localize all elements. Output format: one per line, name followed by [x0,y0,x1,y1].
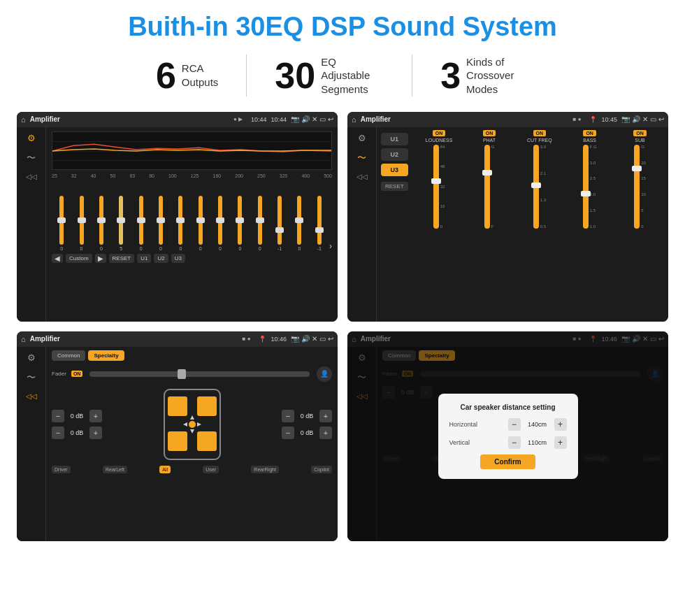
dialog-overlay: Car speaker distance setting Horizontal … [347,331,668,541]
loudness-on-badge: ON [433,130,446,136]
speaker-btn-row: Driver RearLeft All User RearRight Copil… [52,466,332,473]
xover-sidebar-wave-icon[interactable]: 〜 [357,152,366,164]
fader-sidebar-spk[interactable]: ◁◁ [26,392,37,400]
dialog-vertical-plus[interactable]: + [554,436,567,449]
phat-label: PHAT [483,138,496,143]
svg-marker-11 [183,422,187,427]
spk-all-btn[interactable]: All [159,466,171,473]
sub-fader[interactable] [634,145,640,229]
screen-eq: ⌂ Amplifier ● ▶ 10:44 10:44 📷 🔊 ✕ ▭ ↩ ⚙ … [17,112,338,322]
xover-ch-cutfreq: ON CUT FREQ 3.0 2.1 1.3 0.5 [515,130,563,319]
cutfreq-on-badge: ON [533,130,547,136]
vol-ctrl-tl: − 0 dB + [52,410,102,422]
svg-marker-10 [190,429,194,434]
fader-dot-icons: ■ ● [243,336,251,342]
sub-label: SUB [635,138,644,143]
spk-user-btn[interactable]: User [203,466,219,473]
sc-fader-main: Common Specialty Fader ON 👤 [46,347,338,541]
dialog-confirm-button[interactable]: Confirm [480,454,535,469]
vol-plus-tl[interactable]: + [89,410,102,422]
xover-sidebar-eq-icon[interactable]: ⚙ [358,133,366,143]
eq-scroll-right[interactable]: › [329,241,332,251]
home-icon: ⌂ [21,115,26,124]
fader-tabs: Common Specialty [52,350,332,361]
stat-rca: 6 RCAOutputs [128,57,246,94]
spk-rearleft-btn[interactable]: RearLeft [103,466,127,473]
xover-u1-btn[interactable]: U1 [381,133,408,145]
vol-minus-bl[interactable]: − [52,427,64,439]
svg-marker-12 [197,422,201,427]
bass-on-badge: ON [583,130,596,136]
svg-rect-5 [197,396,217,416]
spk-rearright-btn[interactable]: RearRight [251,466,279,473]
dialog-horizontal-row: Horizontal − 140cm + [449,418,567,431]
vol-minus-tr[interactable]: − [282,410,294,422]
eq-slider-5: 0 [151,196,171,251]
screen-fader: ⌂ Amplifier ■ ● 📍 10:46 📷 🔊 ✕ ▭ ↩ ⚙ 〜 ◁◁ [17,331,338,541]
stat-crossover-number: 3 [440,57,461,94]
dialog-horizontal-minus[interactable]: − [508,418,521,431]
sc-xover-time-val: 10:45 [601,116,617,123]
fader-body: − 0 dB + − 0 dB + [52,386,332,463]
eq-sliders-row: 0 0 0 5 [52,181,332,251]
sidebar-wave-icon[interactable]: 〜 [27,152,36,164]
xover-u2-btn[interactable]: U2 [381,148,408,161]
dialog-vertical-ctrl: − 110cm + [508,436,567,449]
xover-reset-btn[interactable]: RESET [381,182,408,191]
dialog-horizontal-label: Horizontal [449,421,478,428]
eq-prev-btn[interactable]: ◀ [52,254,63,263]
screens-grid: ⌂ Amplifier ● ▶ 10:44 10:44 📷 🔊 ✕ ▭ ↩ ⚙ … [17,112,668,541]
eq-play-btn[interactable]: ▶ [95,254,106,263]
page-container: Buith-in 30EQ DSP Sound System 6 RCAOutp… [0,0,685,548]
xover-u3-btn[interactable]: U3 [381,164,408,176]
screen-crossover: ⌂ Amplifier ■ ● 📍 10:45 📷 🔊 ✕ ▭ ↩ ⚙ 〜 ◁◁ [347,112,668,322]
vol-plus-bl[interactable]: + [89,427,102,439]
spk-copilot-btn[interactable]: Copilot [311,466,332,473]
eq-slider-6: 0 [171,196,190,251]
eq-custom-btn[interactable]: Custom [66,254,92,263]
eq-reset-btn[interactable]: RESET [109,254,135,263]
fader-sidebar-wave[interactable]: 〜 [27,371,36,384]
sc-eq-app-title: Amplifier [30,115,229,123]
dialog-vertical-minus[interactable]: − [508,436,521,449]
vol-minus-tl[interactable]: − [52,410,64,422]
sc-xover-nav: 📷 🔊 ✕ ▭ ↩ [621,115,664,123]
bass-fader[interactable] [583,145,589,229]
eq-u3-btn[interactable]: U3 [171,254,185,263]
fader-sidebar-eq[interactable]: ⚙ [27,352,36,363]
dialog-vertical-label: Vertical [449,439,470,446]
fader-profile-icon[interactable]: 👤 [317,366,332,382]
vol-plus-br[interactable]: + [319,427,332,439]
loudness-fader[interactable] [433,145,439,229]
dialog-horizontal-ctrl: − 140cm + [508,418,567,431]
fader-tab-common[interactable]: Common [52,350,85,361]
fader-slider[interactable] [89,371,310,377]
cutfreq-label: CUT FREQ [527,138,552,143]
fader-home-icon: ⌂ [21,335,26,343]
xover-dot-icons: ■ ● [573,116,582,122]
fader-tab-specialty[interactable]: Specialty [88,350,124,361]
dialog-horizontal-plus[interactable]: + [554,418,567,431]
phat-on-badge: ON [483,130,496,136]
sc-fader-nav: 📷 🔊 ✕ ▭ ↩ [291,335,333,343]
eq-u1-btn[interactable]: U1 [137,254,151,263]
vol-val-br: 0 dB [296,429,317,436]
eq-u2-btn[interactable]: U2 [154,254,168,263]
sidebar-eq-icon[interactable]: ⚙ [27,133,36,143]
sc-xover-header: ⌂ Amplifier ■ ● 📍 10:45 📷 🔊 ✕ ▭ ↩ [347,112,668,127]
vol-val-tl: 0 dB [66,413,87,420]
sc-eq-header: ⌂ Amplifier ● ▶ 10:44 10:44 📷 🔊 ✕ ▭ ↩ [17,112,338,127]
speaker-diagram [106,386,277,463]
xover-sidebar-speaker-icon[interactable]: ◁◁ [356,173,368,180]
sidebar-speaker-icon[interactable]: ◁◁ [26,173,37,180]
eq-slider-13: -1 [310,196,329,251]
cutfreq-fader[interactable] [533,145,539,229]
spk-driver-btn[interactable]: Driver [52,466,71,473]
vol-plus-tr[interactable]: + [319,410,332,422]
vol-minus-br[interactable]: − [282,427,294,439]
dialog-vertical-row: Vertical − 110cm + [449,436,567,449]
xover-ch-loudness: ON LOUDNESS 64 48 32 16 [415,130,463,319]
stat-crossover: 3 Kinds ofCrossover Modes [412,55,557,96]
phat-fader[interactable] [484,145,490,229]
stat-eq-number: 30 [275,57,315,94]
